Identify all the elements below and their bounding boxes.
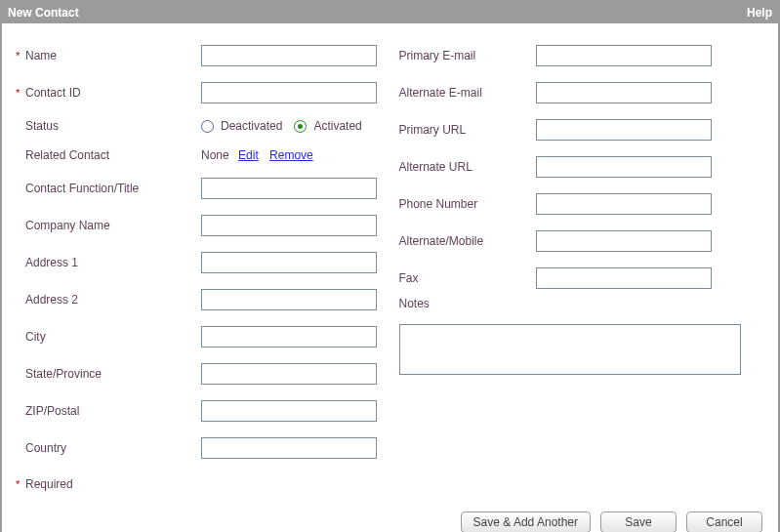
alt-url-label: Alternate URL: [399, 160, 472, 174]
fax-input[interactable]: [536, 267, 712, 289]
fax-label: Fax: [399, 271, 419, 285]
state-label: State/Province: [25, 367, 102, 381]
status-label: Status: [25, 119, 59, 133]
save-add-another-button[interactable]: Save & Add Another: [461, 512, 591, 532]
alt-mobile-label: Alternate/Mobile: [399, 234, 484, 248]
status-deactivated-radio[interactable]: [201, 120, 214, 133]
primary-url-label: Primary URL: [399, 123, 467, 137]
help-link[interactable]: Help: [747, 6, 772, 20]
zip-input[interactable]: [201, 400, 377, 422]
city-label: City: [25, 330, 46, 344]
form-content: * Name * Contact ID Statu: [2, 23, 778, 506]
contact-id-label: Contact ID: [25, 86, 81, 100]
window-title: New Contact: [8, 6, 79, 20]
country-input[interactable]: [201, 437, 377, 459]
company-label: Company Name: [25, 219, 110, 232]
notes-textarea[interactable]: [399, 324, 741, 375]
contact-id-input[interactable]: [201, 82, 377, 103]
related-remove-link[interactable]: Remove: [269, 148, 313, 162]
alt-mobile-input[interactable]: [536, 230, 712, 252]
phone-label: Phone Number: [399, 197, 478, 211]
notes-label: Notes: [399, 297, 430, 310]
phone-input[interactable]: [536, 193, 712, 215]
new-contact-window: New Contact Help * Name * Contact ID: [0, 0, 780, 532]
alt-url-input[interactable]: [536, 156, 712, 178]
required-mark: *: [16, 50, 25, 61]
primary-email-label: Primary E-mail: [399, 49, 476, 62]
required-note: Required: [25, 477, 73, 491]
alt-email-input[interactable]: [536, 82, 712, 103]
required-mark: *: [16, 478, 25, 490]
left-column: * Name * Contact ID Statu: [16, 37, 382, 498]
required-mark: *: [16, 87, 25, 99]
status-deactivated-label: Deactivated: [221, 119, 282, 133]
primary-email-input[interactable]: [536, 45, 712, 66]
alt-email-label: Alternate E-mail: [399, 86, 482, 100]
address2-label: Address 2: [25, 293, 78, 307]
primary-url-input[interactable]: [536, 119, 712, 141]
related-edit-link[interactable]: Edit: [238, 148, 259, 162]
name-input[interactable]: [201, 45, 377, 66]
city-input[interactable]: [201, 326, 377, 348]
function-input[interactable]: [201, 178, 377, 199]
zip-label: ZIP/Postal: [25, 404, 79, 418]
status-activated-label: Activated: [313, 119, 361, 133]
address2-input[interactable]: [201, 289, 377, 310]
function-label: Contact Function/Title: [25, 182, 139, 195]
state-input[interactable]: [201, 363, 377, 385]
company-input[interactable]: [201, 215, 377, 236]
titlebar: New Contact Help: [2, 2, 778, 23]
cancel-button[interactable]: Cancel: [686, 512, 762, 532]
status-activated-radio[interactable]: [294, 120, 307, 133]
right-column: Primary E-mail Alternate E-mail Primary …: [399, 37, 765, 498]
name-label: Name: [25, 49, 57, 62]
save-button[interactable]: Save: [600, 512, 677, 532]
country-label: Country: [25, 441, 66, 455]
button-row: Save & Add Another Save Cancel: [2, 506, 778, 532]
related-contact-label: Related Contact: [25, 148, 109, 162]
address1-label: Address 1: [25, 256, 78, 269]
related-contact-value: None: [201, 148, 229, 162]
address1-input[interactable]: [201, 252, 377, 273]
